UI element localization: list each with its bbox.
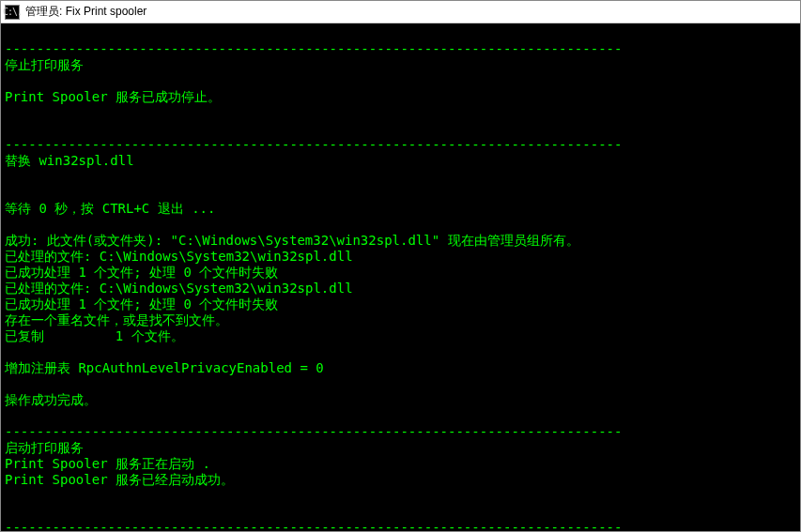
cmd-window: C:\. 管理员: Fix Print spooler ------------… xyxy=(0,0,801,532)
terminal-line: Print Spooler 服务已经启动成功。 xyxy=(5,472,796,488)
terminal-line: 存在一个重名文件，或是找不到文件。 xyxy=(5,312,796,328)
terminal-line xyxy=(5,488,796,504)
terminal-line: Print Spooler 服务已成功停止。 xyxy=(5,89,796,105)
terminal-line: 已成功处理 1 个文件; 处理 0 个文件时失败 xyxy=(5,296,796,312)
terminal-line: 已处理的文件: C:\Windows\System32\win32spl.dll xyxy=(5,249,796,265)
terminal-line: ----------------------------------------… xyxy=(5,41,796,57)
terminal-line: ----------------------------------------… xyxy=(5,424,796,440)
terminal-line xyxy=(5,408,796,424)
terminal-line: 已复制 1 个文件。 xyxy=(5,328,796,344)
terminal-line xyxy=(5,344,796,360)
terminal-output[interactable]: ----------------------------------------… xyxy=(1,23,800,531)
terminal-line: ----------------------------------------… xyxy=(5,520,796,531)
terminal-line: Print Spooler 服务正在启动 . xyxy=(5,456,796,472)
terminal-line xyxy=(5,376,796,392)
terminal-line: 等待 0 秒，按 CTRL+C 退出 ... xyxy=(5,201,796,217)
terminal-line xyxy=(5,504,796,520)
window-title: 管理员: Fix Print spooler xyxy=(25,4,146,20)
titlebar[interactable]: C:\. 管理员: Fix Print spooler xyxy=(1,1,800,23)
terminal-line: 启动打印服务 xyxy=(5,440,796,456)
terminal-line: 已处理的文件: C:\Windows\System32\win32spl.dll xyxy=(5,281,796,296)
terminal-line: ----------------------------------------… xyxy=(5,137,796,153)
terminal-line: 停止打印服务 xyxy=(5,57,796,73)
terminal-line xyxy=(5,185,796,201)
terminal-line: 增加注册表 RpcAuthnLevelPrivacyEnabled = 0 xyxy=(5,360,796,376)
cmd-icon: C:\. xyxy=(5,5,20,20)
terminal-line xyxy=(5,121,796,137)
terminal-line: 已成功处理 1 个文件; 处理 0 个文件时失败 xyxy=(5,265,796,281)
terminal-line xyxy=(5,73,796,89)
terminal-line: 操作成功完成。 xyxy=(5,392,796,408)
terminal-line: 成功: 此文件(或文件夹): "C:\Windows\System32\win3… xyxy=(5,233,796,249)
terminal-line: 替换 win32spl.dll xyxy=(5,153,796,169)
terminal-line xyxy=(5,217,796,233)
terminal-line xyxy=(5,105,796,121)
terminal-line xyxy=(5,25,796,41)
terminal-line xyxy=(5,169,796,185)
